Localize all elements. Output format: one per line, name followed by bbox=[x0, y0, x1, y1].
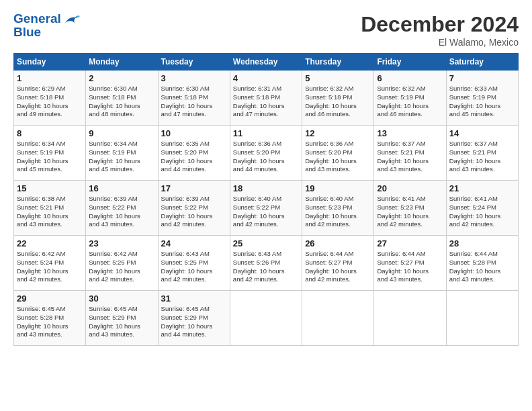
day-info: Sunrise: 6:34 AMSunset: 5:19 PMDaylight:… bbox=[17, 140, 83, 174]
day-number: 21 bbox=[449, 183, 515, 193]
calendar-cell: 7Sunrise: 6:33 AMSunset: 5:19 PMDaylight… bbox=[446, 71, 518, 126]
day-number: 24 bbox=[161, 238, 227, 248]
title-block: December 2024 El Walamo, Mexico bbox=[361, 12, 519, 48]
calendar-cell: 10Sunrise: 6:35 AMSunset: 5:20 PMDayligh… bbox=[158, 126, 230, 181]
logo: General Blue bbox=[13, 12, 80, 39]
day-info: Sunrise: 6:31 AMSunset: 5:18 PMDaylight:… bbox=[233, 85, 299, 119]
weekday-header-thursday: Thursday bbox=[302, 54, 374, 71]
day-number: 23 bbox=[89, 238, 154, 248]
day-number: 17 bbox=[161, 183, 227, 193]
calendar-cell: 22Sunrise: 6:42 AMSunset: 5:24 PMDayligh… bbox=[14, 236, 86, 291]
day-info: Sunrise: 6:39 AMSunset: 5:22 PMDaylight:… bbox=[89, 195, 154, 229]
day-number: 20 bbox=[377, 183, 443, 193]
calendar-cell: 27Sunrise: 6:44 AMSunset: 5:27 PMDayligh… bbox=[374, 236, 446, 291]
day-number: 9 bbox=[89, 128, 154, 138]
header: General Blue December 2024 El Walamo, Me… bbox=[13, 12, 519, 48]
day-info: Sunrise: 6:32 AMSunset: 5:18 PMDaylight:… bbox=[305, 85, 371, 119]
logo-general: General bbox=[13, 11, 61, 26]
day-number: 13 bbox=[377, 128, 443, 138]
day-number: 5 bbox=[305, 73, 371, 83]
day-number: 22 bbox=[17, 238, 83, 248]
calendar-cell: 29Sunrise: 6:45 AMSunset: 5:28 PMDayligh… bbox=[14, 291, 86, 346]
day-info: Sunrise: 6:37 AMSunset: 5:21 PMDaylight:… bbox=[377, 140, 443, 174]
day-info: Sunrise: 6:41 AMSunset: 5:24 PMDaylight:… bbox=[449, 195, 515, 229]
day-info: Sunrise: 6:37 AMSunset: 5:21 PMDaylight:… bbox=[449, 140, 515, 174]
day-info: Sunrise: 6:30 AMSunset: 5:18 PMDaylight:… bbox=[89, 85, 154, 119]
weekday-header-wednesday: Wednesday bbox=[230, 54, 302, 71]
calendar-week-1: 1Sunrise: 6:29 AMSunset: 5:18 PMDaylight… bbox=[14, 71, 519, 126]
day-number: 28 bbox=[449, 238, 515, 248]
calendar-table: SundayMondayTuesdayWednesdayThursdayFrid… bbox=[13, 53, 519, 346]
day-number: 6 bbox=[377, 73, 443, 83]
calendar-header-row: SundayMondayTuesdayWednesdayThursdayFrid… bbox=[14, 54, 519, 71]
day-info: Sunrise: 6:33 AMSunset: 5:19 PMDaylight:… bbox=[449, 85, 515, 119]
day-info: Sunrise: 6:44 AMSunset: 5:27 PMDaylight:… bbox=[377, 250, 443, 284]
day-info: Sunrise: 6:42 AMSunset: 5:24 PMDaylight:… bbox=[17, 250, 83, 284]
calendar-cell bbox=[230, 291, 302, 346]
day-info: Sunrise: 6:35 AMSunset: 5:20 PMDaylight:… bbox=[161, 140, 227, 174]
day-info: Sunrise: 6:42 AMSunset: 5:25 PMDaylight:… bbox=[89, 250, 154, 284]
calendar-cell: 28Sunrise: 6:44 AMSunset: 5:28 PMDayligh… bbox=[446, 236, 518, 291]
day-info: Sunrise: 6:36 AMSunset: 5:20 PMDaylight:… bbox=[233, 140, 299, 174]
weekday-header-sunday: Sunday bbox=[14, 54, 86, 71]
calendar-cell: 23Sunrise: 6:42 AMSunset: 5:25 PMDayligh… bbox=[86, 236, 158, 291]
day-number: 1 bbox=[17, 73, 83, 83]
logo-blue: Blue bbox=[13, 25, 41, 39]
calendar-cell: 4Sunrise: 6:31 AMSunset: 5:18 PMDaylight… bbox=[230, 71, 302, 126]
day-number: 4 bbox=[233, 73, 299, 83]
page: General Blue December 2024 El Walamo, Me… bbox=[0, 0, 532, 411]
day-number: 2 bbox=[89, 73, 154, 83]
day-info: Sunrise: 6:29 AMSunset: 5:18 PMDaylight:… bbox=[17, 85, 83, 119]
day-number: 8 bbox=[17, 128, 83, 138]
day-info: Sunrise: 6:40 AMSunset: 5:22 PMDaylight:… bbox=[233, 195, 299, 229]
calendar-cell: 16Sunrise: 6:39 AMSunset: 5:22 PMDayligh… bbox=[86, 181, 158, 236]
day-number: 19 bbox=[305, 183, 371, 193]
day-info: Sunrise: 6:45 AMSunset: 5:29 PMDaylight:… bbox=[89, 305, 154, 339]
calendar-cell bbox=[302, 291, 374, 346]
calendar-cell: 2Sunrise: 6:30 AMSunset: 5:18 PMDaylight… bbox=[86, 71, 158, 126]
calendar-cell: 6Sunrise: 6:32 AMSunset: 5:19 PMDaylight… bbox=[374, 71, 446, 126]
day-info: Sunrise: 6:44 AMSunset: 5:27 PMDaylight:… bbox=[305, 250, 371, 284]
weekday-header-saturday: Saturday bbox=[446, 54, 518, 71]
day-info: Sunrise: 6:36 AMSunset: 5:20 PMDaylight:… bbox=[305, 140, 371, 174]
day-info: Sunrise: 6:44 AMSunset: 5:28 PMDaylight:… bbox=[449, 250, 515, 284]
calendar-cell: 30Sunrise: 6:45 AMSunset: 5:29 PMDayligh… bbox=[86, 291, 158, 346]
day-number: 11 bbox=[233, 128, 299, 138]
calendar-cell: 13Sunrise: 6:37 AMSunset: 5:21 PMDayligh… bbox=[374, 126, 446, 181]
day-number: 16 bbox=[89, 183, 154, 193]
logo-bird-icon bbox=[62, 13, 80, 28]
day-number: 14 bbox=[449, 128, 515, 138]
calendar-cell: 18Sunrise: 6:40 AMSunset: 5:22 PMDayligh… bbox=[230, 181, 302, 236]
day-number: 30 bbox=[89, 293, 154, 304]
day-info: Sunrise: 6:34 AMSunset: 5:19 PMDaylight:… bbox=[89, 140, 154, 174]
day-number: 3 bbox=[161, 73, 227, 83]
day-number: 12 bbox=[305, 128, 371, 138]
calendar-cell: 25Sunrise: 6:43 AMSunset: 5:26 PMDayligh… bbox=[230, 236, 302, 291]
calendar-cell: 11Sunrise: 6:36 AMSunset: 5:20 PMDayligh… bbox=[230, 126, 302, 181]
day-info: Sunrise: 6:45 AMSunset: 5:28 PMDaylight:… bbox=[17, 305, 83, 339]
calendar-cell: 20Sunrise: 6:41 AMSunset: 5:23 PMDayligh… bbox=[374, 181, 446, 236]
calendar-week-3: 15Sunrise: 6:38 AMSunset: 5:21 PMDayligh… bbox=[14, 181, 519, 236]
calendar-cell: 15Sunrise: 6:38 AMSunset: 5:21 PMDayligh… bbox=[14, 181, 86, 236]
day-number: 27 bbox=[377, 238, 443, 248]
calendar-cell: 31Sunrise: 6:45 AMSunset: 5:29 PMDayligh… bbox=[158, 291, 230, 346]
calendar-cell: 21Sunrise: 6:41 AMSunset: 5:24 PMDayligh… bbox=[446, 181, 518, 236]
day-info: Sunrise: 6:32 AMSunset: 5:19 PMDaylight:… bbox=[377, 85, 443, 119]
day-number: 26 bbox=[305, 238, 371, 248]
weekday-header-tuesday: Tuesday bbox=[158, 54, 230, 71]
day-number: 7 bbox=[449, 73, 515, 83]
day-number: 15 bbox=[17, 183, 83, 193]
weekday-header-friday: Friday bbox=[374, 54, 446, 71]
day-info: Sunrise: 6:40 AMSunset: 5:23 PMDaylight:… bbox=[305, 195, 371, 229]
calendar-cell: 26Sunrise: 6:44 AMSunset: 5:27 PMDayligh… bbox=[302, 236, 374, 291]
day-number: 31 bbox=[161, 293, 227, 304]
location-subtitle: El Walamo, Mexico bbox=[361, 37, 519, 48]
weekday-header-monday: Monday bbox=[86, 54, 158, 71]
day-info: Sunrise: 6:39 AMSunset: 5:22 PMDaylight:… bbox=[161, 195, 227, 229]
day-info: Sunrise: 6:43 AMSunset: 5:25 PMDaylight:… bbox=[161, 250, 227, 284]
calendar-cell: 9Sunrise: 6:34 AMSunset: 5:19 PMDaylight… bbox=[86, 126, 158, 181]
calendar-cell: 17Sunrise: 6:39 AMSunset: 5:22 PMDayligh… bbox=[158, 181, 230, 236]
calendar-cell bbox=[446, 291, 518, 346]
calendar-week-2: 8Sunrise: 6:34 AMSunset: 5:19 PMDaylight… bbox=[14, 126, 519, 181]
calendar-cell bbox=[374, 291, 446, 346]
